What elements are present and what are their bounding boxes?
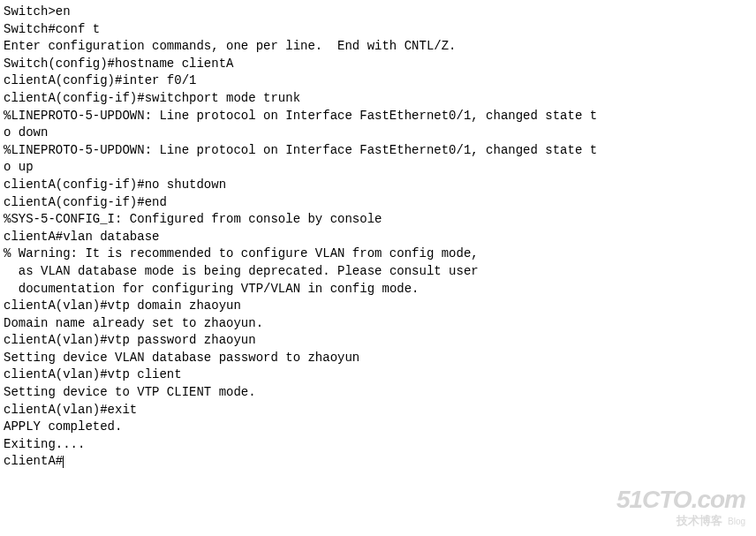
watermark-sub-cn: 技术博客: [677, 514, 722, 527]
terminal-line: clientA(config-if)#switchport mode trunk: [4, 90, 752, 108]
terminal-line: clientA#: [4, 453, 752, 471]
terminal-line: Switch#conf t: [4, 21, 752, 39]
terminal-line: as VLAN database mode is being deprecate…: [4, 263, 752, 281]
terminal-line: o down: [4, 125, 752, 142]
terminal-line: documentation for configuring VTP/VLAN i…: [4, 281, 752, 298]
terminal-line: clientA(config-if)#no shutdown: [4, 177, 752, 194]
watermark-sub: 技术博客Blog: [616, 513, 745, 529]
terminal-line: Switch>en: [4, 4, 752, 21]
terminal-line: Setting device to VTP CLIENT mode.: [4, 384, 752, 402]
terminal-line: clientA#vlan database: [4, 229, 752, 246]
watermark-sub-en: Blog: [728, 517, 745, 526]
terminal-line: %SYS-5-CONFIG_I: Configured from console…: [4, 211, 752, 229]
terminal-line: Setting device VLAN database password to…: [4, 350, 752, 367]
terminal-line: clientA(vlan)#vtp client: [4, 366, 752, 384]
terminal-line: Switch(config)#hostname clientA: [4, 56, 752, 73]
terminal-line: Enter configuration commands, one per li…: [4, 38, 752, 56]
terminal-line: clientA(config)#inter f0/1: [4, 72, 752, 90]
terminal-line: clientA(vlan)#vtp domain zhaoyun: [4, 298, 752, 315]
terminal-line: clientA(config-if)#end: [4, 194, 752, 212]
terminal-line: %LINEPROTO-5-UPDOWN: Line protocol on In…: [4, 142, 752, 160]
terminal-line: APPLY completed.: [4, 419, 752, 436]
terminal-line: o up: [4, 159, 752, 177]
terminal-line: Domain name already set to zhaoyun.: [4, 315, 752, 333]
terminal-line: clientA(vlan)#vtp password zhaoyun: [4, 332, 752, 350]
terminal-line: Exiting....: [4, 436, 752, 454]
watermark-main: 51CTO.com: [616, 482, 745, 517]
terminal-line: clientA(vlan)#exit: [4, 402, 752, 419]
cursor: [63, 456, 64, 468]
watermark: 51CTO.com 技术博客Blog: [616, 482, 745, 529]
terminal-output[interactable]: Switch>enSwitch#conf tEnter configuratio…: [4, 4, 752, 471]
terminal-line: % Warning: It is recommended to configur…: [4, 245, 752, 263]
terminal-line: %LINEPROTO-5-UPDOWN: Line protocol on In…: [4, 108, 752, 125]
